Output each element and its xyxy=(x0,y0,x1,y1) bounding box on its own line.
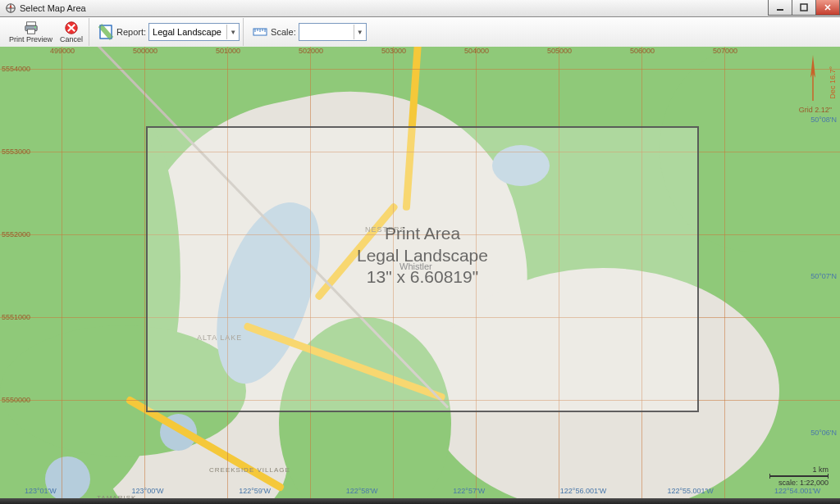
report-label: Report: xyxy=(116,27,146,37)
map-canvas[interactable]: ALTA LAKE NESTERS Whistler CREEKSIDE VIL… xyxy=(0,47,840,498)
cancel-label: Cancel xyxy=(60,35,83,43)
grid-easting-label: 501000 xyxy=(216,47,240,55)
chevron-down-icon[interactable]: ▼ xyxy=(226,25,239,39)
minimize-button[interactable] xyxy=(768,0,792,16)
longitude-label: 122°57'W xyxy=(453,487,485,495)
taskbar xyxy=(0,498,840,504)
svg-rect-3 xyxy=(26,22,35,26)
grid-easting-label: 500000 xyxy=(133,47,158,55)
scale-bar-ratio: scale: 1:22,000 xyxy=(769,479,829,487)
cancel-button[interactable]: Cancel xyxy=(57,18,85,46)
grid-northing-label: 5554000 xyxy=(2,65,30,73)
svg-rect-1 xyxy=(777,9,783,11)
cancel-icon xyxy=(64,20,79,35)
window-buttons xyxy=(769,0,840,15)
grid-easting-label: 502000 xyxy=(299,47,323,55)
scale-label: Scale: xyxy=(271,27,296,37)
grid-vertical xyxy=(144,47,145,498)
scale-combo[interactable]: ▼ xyxy=(299,23,367,41)
longitude-label: 122°56.001'W xyxy=(560,487,606,495)
print-area-rect[interactable]: Print Area Legal Landscape 13" x 6.60819… xyxy=(146,126,699,412)
report-value[interactable] xyxy=(149,25,226,39)
north-arrow xyxy=(807,53,819,102)
grid-easting-label: 505000 xyxy=(547,47,572,55)
print-area-text: Print Area Legal Landscape 13" x 6.60819… xyxy=(148,223,697,288)
scale-value[interactable] xyxy=(299,25,354,39)
app-icon xyxy=(5,2,16,14)
grid-easting-label: 503000 xyxy=(381,47,406,55)
grid-vertical xyxy=(62,47,62,498)
scale-bar-length: 1 km xyxy=(769,465,829,474)
grid-easting-label: 507000 xyxy=(713,47,737,55)
print-preview-button[interactable]: Print Preview xyxy=(7,18,55,46)
grid-horizontal xyxy=(0,69,840,70)
grid-northing-label: 5553000 xyxy=(2,148,30,156)
latitude-label: 50°06'N xyxy=(810,429,837,437)
latitude-label: 50°08'N xyxy=(810,116,837,124)
scale-bar: 1 km scale: 1:22,000 xyxy=(769,465,829,487)
latitude-label: 50°07'N xyxy=(810,272,837,280)
titlebar: Select Map Area xyxy=(0,0,840,17)
longitude-label: 122°55.001'W xyxy=(667,487,713,495)
label-creekside: CREEKSIDE VILLAGE xyxy=(209,466,290,474)
scale-icon xyxy=(252,24,268,40)
longitude-label: 122°59'W xyxy=(239,487,271,495)
print-area-dims: 13" x 6.60819" xyxy=(148,266,697,287)
grid-easting-label: 506000 xyxy=(630,47,655,55)
report-icon xyxy=(98,24,114,40)
longitude-label: 123°00'W xyxy=(132,487,164,495)
print-preview-label: Print Preview xyxy=(9,35,52,43)
longitude-label: 122°54.001'W xyxy=(774,487,820,495)
report-combo[interactable]: ▼ xyxy=(148,23,240,41)
grid-northing-label: 5552000 xyxy=(2,230,30,238)
print-area-layout: Legal Landscape xyxy=(148,244,697,266)
svg-point-6 xyxy=(34,26,36,28)
grid-northing-label: 5550000 xyxy=(2,396,30,404)
toolbar: Print Preview Cancel Report: ▼ xyxy=(0,17,840,48)
maximize-button[interactable] xyxy=(792,0,816,16)
grid-easting-label: 499000 xyxy=(50,47,75,55)
grid-northing-label: 5551000 xyxy=(2,313,30,321)
print-area-title: Print Area xyxy=(148,223,697,244)
grid-vertical xyxy=(724,47,725,498)
window-title: Select Map Area xyxy=(20,3,86,13)
grid-easting-label: 504000 xyxy=(464,47,489,55)
printer-icon xyxy=(24,20,39,35)
declination-label: Dec 16.7° xyxy=(829,66,837,99)
grid-info: Grid 2.12" xyxy=(799,106,832,114)
close-button[interactable] xyxy=(815,0,840,16)
longitude-label: 122°58'W xyxy=(346,487,378,495)
chevron-down-icon[interactable]: ▼ xyxy=(354,25,366,39)
svg-rect-5 xyxy=(27,30,34,34)
svg-rect-2 xyxy=(801,4,807,11)
longitude-label: 123°01'W xyxy=(25,487,57,495)
